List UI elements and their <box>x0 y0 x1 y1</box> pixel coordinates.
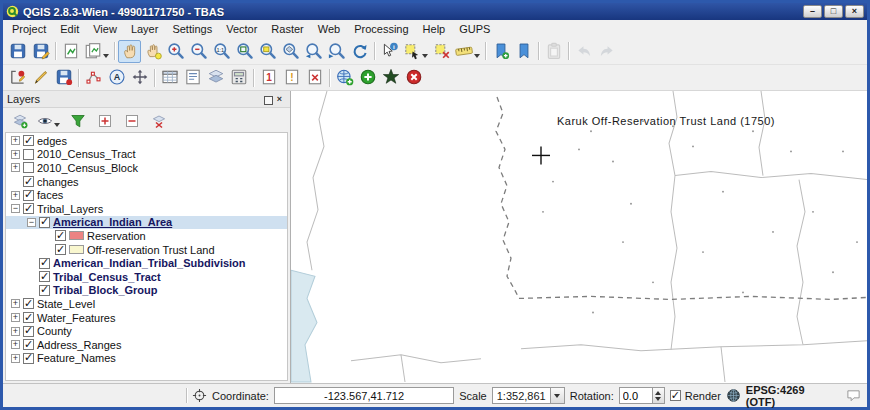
scale-dropdown-icon[interactable] <box>550 388 564 403</box>
layer-visibility-checkbox[interactable] <box>39 285 50 296</box>
field-calculator-button[interactable] <box>227 66 250 89</box>
select-features-button[interactable] <box>401 40 430 63</box>
save-button[interactable] <box>6 40 29 63</box>
expander-plus-icon[interactable] <box>11 150 20 159</box>
layer-visibility-checkbox[interactable] <box>23 149 34 160</box>
collapse-all-button[interactable] <box>120 109 143 132</box>
render-checkbox[interactable]: Render <box>670 390 721 402</box>
zoom-out-button[interactable] <box>187 40 210 63</box>
zoom-in-button[interactable] <box>164 40 187 63</box>
delete-feature-red-button[interactable] <box>402 66 425 89</box>
layer-visibility-checkbox[interactable] <box>23 326 34 337</box>
layer-item-changes[interactable]: changes <box>6 175 287 189</box>
filter-legend-button[interactable] <box>66 109 89 132</box>
save-as-button[interactable] <box>29 40 52 63</box>
add-group-button[interactable] <box>8 109 31 132</box>
expander-plus-icon[interactable] <box>11 327 20 336</box>
layer-item-2010-census-tract[interactable]: 2010_Census_Tract <box>6 148 287 162</box>
new-composer-button[interactable] <box>59 40 82 63</box>
menu-raster[interactable]: Raster <box>264 21 310 37</box>
refresh-button[interactable] <box>348 40 371 63</box>
manage-visibility-dropdown-icon[interactable] <box>54 123 60 127</box>
pan-to-selection-button[interactable] <box>141 40 164 63</box>
add-reservation-button[interactable] <box>333 66 356 89</box>
layer-visibility-checkbox[interactable] <box>23 135 34 146</box>
expander-minus-icon[interactable] <box>11 204 20 213</box>
render-check-icon[interactable] <box>670 390 681 401</box>
move-feature-button[interactable] <box>128 66 151 89</box>
layer-visibility-checkbox[interactable] <box>23 312 34 323</box>
menu-layer[interactable]: Layer <box>124 21 166 37</box>
layer-visibility-checkbox[interactable] <box>39 271 50 282</box>
measure-button[interactable] <box>453 40 482 63</box>
expander-plus-icon[interactable] <box>11 354 20 363</box>
coordinate-input[interactable] <box>274 387 454 404</box>
epsg-status[interactable]: EPSG:4269 (OTF) <box>746 384 836 408</box>
expander-plus-icon[interactable] <box>11 340 20 349</box>
layer-item-feature-names[interactable]: Feature_Names <box>6 352 287 366</box>
expander-minus-icon[interactable] <box>27 218 36 227</box>
layer-item-state-level[interactable]: State_Level <box>6 297 287 311</box>
expand-all-button[interactable] <box>93 109 116 132</box>
layer-item-off-reservation-trust-land[interactable]: Off-reservation Trust Land <box>6 243 287 257</box>
zoom-next-button[interactable] <box>325 40 348 63</box>
annotation-button[interactable]: A <box>105 66 128 89</box>
pan-button[interactable] <box>118 40 141 63</box>
expander-plus-icon[interactable] <box>11 299 20 308</box>
measure-dropdown-icon[interactable] <box>474 54 480 58</box>
rotation-spinbox[interactable] <box>619 387 665 404</box>
layer-item-2010-census-block[interactable]: 2010_Census_Block <box>6 161 287 175</box>
expander-plus-icon[interactable] <box>11 136 20 145</box>
menu-edit[interactable]: Edit <box>53 21 86 37</box>
layer-visibility-checkbox[interactable] <box>23 176 34 187</box>
menu-gups[interactable]: GUPS <box>452 21 497 37</box>
deselect-button[interactable] <box>430 40 453 63</box>
panel-undock-icon[interactable] <box>260 93 273 105</box>
check-1-button[interactable]: 1 <box>257 66 280 89</box>
layer-item-county[interactable]: County <box>6 324 287 338</box>
composer-manager-dropdown-icon[interactable] <box>103 54 109 58</box>
composer-manager-button[interactable] <box>82 40 111 63</box>
menu-web[interactable]: Web <box>311 21 347 37</box>
layer-item-tribal-census-tract[interactable]: Tribal_Census_Tract <box>6 270 287 284</box>
new-bookmark-button[interactable] <box>489 40 512 63</box>
menu-settings[interactable]: Settings <box>165 21 219 37</box>
layer-visibility-checkbox[interactable] <box>23 339 34 350</box>
rotation-spin-buttons[interactable] <box>652 388 664 403</box>
expander-plus-icon[interactable] <box>11 191 20 200</box>
layer-item-tribal-layers[interactable]: Tribal_Layers <box>6 202 287 216</box>
check-3-button[interactable] <box>303 66 326 89</box>
expander-plus-icon[interactable] <box>11 163 20 172</box>
save-edits-button[interactable] <box>52 66 75 89</box>
symbol-swatch[interactable] <box>69 245 84 254</box>
add-feature-green-button[interactable] <box>356 66 379 89</box>
layer-item-faces[interactable]: faces <box>6 188 287 202</box>
check-2-button[interactable]: ! <box>280 66 303 89</box>
panel-close-icon[interactable] <box>273 93 286 105</box>
close-button[interactable] <box>845 5 864 18</box>
zoom-full-button[interactable] <box>233 40 256 63</box>
zoom-to-layer-button[interactable] <box>279 40 302 63</box>
layer-visibility-checkbox[interactable] <box>23 162 34 173</box>
zoom-last-button[interactable] <box>302 40 325 63</box>
show-bookmarks-button[interactable] <box>512 40 535 63</box>
layer-item-address-ranges[interactable]: Address_Ranges <box>6 338 287 352</box>
menu-project[interactable]: Project <box>5 21 53 37</box>
layer-item-american-indian-tribal-subdivision[interactable]: American_Indian_Tribal_Subdivision <box>6 256 287 270</box>
layer-item-reservation[interactable]: Reservation <box>6 229 287 243</box>
layer-visibility-checkbox[interactable] <box>39 258 50 269</box>
expander-plus-icon[interactable] <box>11 313 20 322</box>
scale-combo[interactable]: 1:352,861 <box>492 387 565 404</box>
node-tool-button[interactable] <box>82 66 105 89</box>
open-form-button[interactable] <box>181 66 204 89</box>
message-log-icon[interactable] <box>846 388 861 403</box>
identify-button[interactable]: i <box>378 40 401 63</box>
rotation-input[interactable] <box>620 388 652 403</box>
layer-visibility-checkbox[interactable] <box>23 298 34 309</box>
crs-globe-icon[interactable] <box>726 388 741 403</box>
menu-processing[interactable]: Processing <box>347 21 415 37</box>
select-features-dropdown-icon[interactable] <box>422 54 428 58</box>
layer-visibility-checkbox[interactable] <box>23 203 34 214</box>
layer-visibility-checkbox[interactable] <box>55 244 66 255</box>
layer-panel-button[interactable] <box>204 66 227 89</box>
